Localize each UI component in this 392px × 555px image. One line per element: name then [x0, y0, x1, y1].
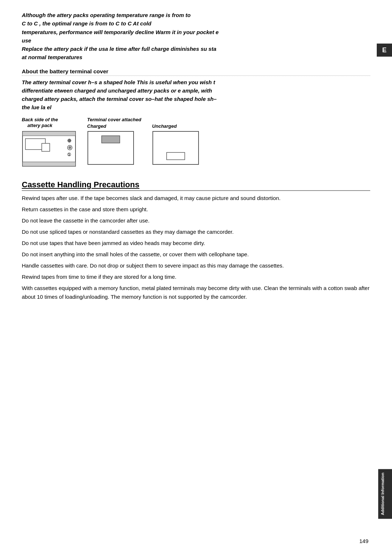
charged-diagram-block: Terminal cover attached Charged [87, 117, 141, 165]
back-label-2: attery pack [22, 123, 58, 129]
cassette-para-1: Return cassettes in the case and store t… [22, 205, 370, 214]
svg-text:①: ① [67, 152, 71, 157]
top-line-2: C to C , the optimal range is from to C … [22, 19, 348, 28]
page-number: 149 [359, 538, 368, 544]
e-tab: E [377, 44, 392, 57]
svg-rect-4 [42, 143, 50, 151]
cassette-heading: Cassette Handling Precautions [22, 180, 370, 191]
charged-svg [87, 131, 134, 165]
cassette-para-4: Do not use tapes that have been jammed a… [22, 239, 370, 248]
svg-text:ⓔ: ⓔ [67, 145, 73, 151]
cassette-para-2: Do not leave the cassette in the camcord… [22, 216, 370, 225]
top-line-1: Although the attery packs operating temp… [22, 11, 348, 19]
svg-rect-9 [102, 136, 120, 143]
cassette-body: Rewind tapes after use. If the tape beco… [22, 194, 370, 301]
uncharged-svg [152, 131, 199, 165]
top-text-block: Although the attery packs operating temp… [22, 11, 370, 62]
cassette-para-8: With cassettes equipped with a memory fu… [22, 284, 370, 301]
back-label-1: Back side of the [22, 117, 58, 123]
top-line-4: use [22, 36, 31, 45]
cassette-para-7: Rewind tapes from time to time if they a… [22, 273, 370, 281]
bt-line3: charged attery packs, attach the termina… [22, 95, 356, 103]
top-line-3: temperatures, performance will temporari… [22, 28, 348, 36]
battery-terminal-body: The attery terminal cover h–s a shaped h… [22, 78, 370, 112]
bt-line1: The attery terminal cover h–s a shaped h… [22, 78, 356, 86]
page-wrapper: E Although the attery packs operating te… [0, 0, 392, 555]
cassette-para-0: Rewind tapes after use. If the tape beco… [22, 194, 370, 203]
top-line-5: Replace the attery pack if the usa le ti… [22, 45, 348, 53]
uncharged-diagram-block: placeholder Uncharged [152, 117, 199, 165]
bt-line4: the lue la el [22, 103, 356, 111]
cassette-para-5: Do not insert anything into the small ho… [22, 250, 370, 259]
additional-info-tab: Additional Information [378, 469, 392, 519]
diagrams-row: Back side of the attery pack ⊕ ⓔ [22, 117, 370, 167]
battery-back-diagram-block: Back side of the attery pack ⊕ ⓔ [22, 117, 76, 167]
bt-line2: differentiate etween charged and uncharg… [22, 86, 356, 95]
svg-rect-11 [167, 152, 185, 160]
svg-rect-1 [23, 131, 75, 136]
e-tab-label: E [382, 46, 387, 54]
terminal-uncharged-label: Uncharged [152, 123, 177, 129]
battery-back-svg: ⊕ ⓔ ① [22, 131, 76, 167]
cassette-para-3: Do not use spliced tapes or nonstandard … [22, 228, 370, 236]
svg-text:⊕: ⊕ [67, 138, 72, 143]
battery-terminal-heading: About the battery terminal cover [22, 68, 370, 76]
terminal-label-1: Terminal cover attached [87, 117, 141, 122]
terminal-charged-label: Charged [87, 123, 106, 129]
additional-info-text: Additional Information [380, 473, 385, 515]
top-line-6: at normal temperatures [22, 53, 348, 61]
cassette-para-6: Handle cassettes with care. Do not drop … [22, 261, 370, 270]
svg-rect-2 [23, 162, 75, 166]
